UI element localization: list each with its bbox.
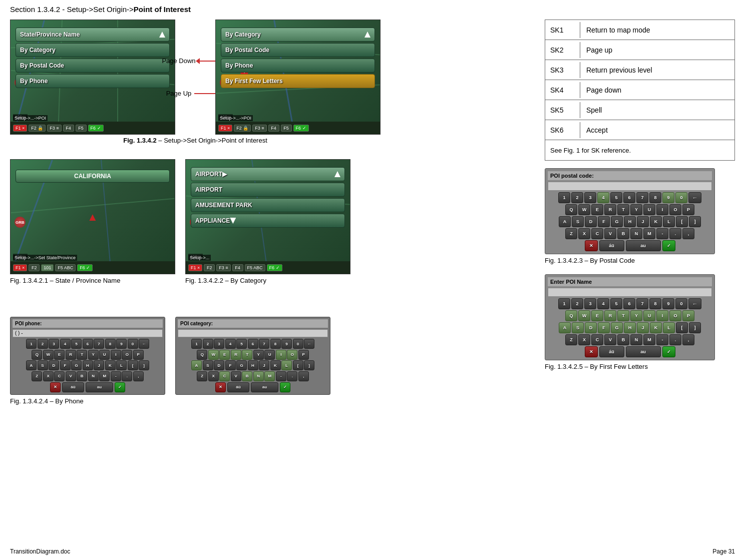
kb-accent-postal[interactable]: áü [599,240,624,251]
kb-key-0p[interactable]: 0 [128,339,138,349]
kb-dot-p[interactable]: . [122,371,132,381]
kb-c-n[interactable]: C [591,334,603,345]
kb-key-0c[interactable]: 0 [293,339,303,349]
kb-b-c[interactable]: B [242,371,252,381]
kb-comma-postal[interactable]: , [682,228,694,239]
kb-comma-n[interactable]: , [682,334,694,345]
kb-key-5c[interactable]: 5 [236,339,247,349]
kb-g-n[interactable]: G [611,322,623,333]
kb-key-0n[interactable]: 0 [675,298,687,309]
kb-x-postal[interactable]: X [578,228,590,239]
kb-w-n[interactable]: W [578,310,590,321]
kb-x-c[interactable]: X [208,371,219,381]
kb-key-4p[interactable]: 4 [60,339,71,349]
kb-space-p[interactable]: au [86,382,113,392]
kb-b-n[interactable]: B [617,334,629,345]
kb-m-c[interactable]: M [264,371,275,381]
kb-l-postal[interactable]: L [663,216,675,227]
kb-e-c[interactable]: E [219,350,230,360]
kb-backspace-n[interactable]: ← [688,298,701,309]
kb-key-9-postal[interactable]: 9 [662,192,674,203]
kb-rbracket-p[interactable]: ] [139,360,149,370]
kb-accept-c[interactable]: ✓ [280,382,290,392]
kb-space-c[interactable]: au [251,382,278,392]
kb-s-p[interactable]: S [38,360,48,370]
kb-n-p[interactable]: N [88,371,99,381]
kb-key-6-postal[interactable]: 6 [623,192,635,203]
kb-key-8n[interactable]: 8 [649,298,661,309]
kb-o-c[interactable]: O [287,350,297,360]
kb-e-p[interactable]: E [54,350,65,360]
kb-a-p[interactable]: A [26,360,37,370]
kb-z-p[interactable]: Z [32,371,42,381]
kb-l-p[interactable]: L [116,360,127,370]
kb-lbracket-n[interactable]: [ [676,322,688,333]
kb-key-6p[interactable]: 6 [83,339,93,349]
kb-cancel-c[interactable]: ✕ [215,382,226,392]
kb-m-n[interactable]: M [643,334,655,345]
kb-l-n[interactable]: L [663,322,675,333]
kb-t-p[interactable]: T [77,350,87,360]
kb-dot-postal[interactable]: . [669,228,681,239]
kb-key-1p[interactable]: 1 [26,339,37,349]
kb-t-n[interactable]: T [617,310,629,321]
kb-cancel-p[interactable]: ✕ [50,382,61,392]
kb-accent-c[interactable]: áü [227,382,249,392]
kb-p-postal[interactable]: P [682,204,694,215]
kb-x-n[interactable]: X [578,334,590,345]
kb-accept-postal[interactable]: ✓ [662,240,675,251]
kb-s-n[interactable]: S [572,322,584,333]
kb-lbracket-postal[interactable]: [ [676,216,688,227]
kb-j-postal[interactable]: J [637,216,649,227]
kb-key-6n[interactable]: 6 [623,298,635,309]
kb-b-p[interactable]: B [77,371,87,381]
kb-u-p[interactable]: U [99,350,110,360]
kb-lbracket-p[interactable]: [ [128,360,138,370]
kb-j-p[interactable]: J [94,360,104,370]
kb-h-postal[interactable]: H [624,216,636,227]
kb-h-n[interactable]: H [624,322,636,333]
kb-e-postal[interactable]: E [591,204,603,215]
kb-b-postal[interactable]: B [617,228,629,239]
kb-key-4n[interactable]: 4 [597,298,609,309]
kb-z-c[interactable]: Z [197,371,207,381]
kb-g-postal[interactable]: G [611,216,623,227]
kb-key-2c[interactable]: 2 [203,339,213,349]
kb-q-c[interactable]: Q [197,350,207,360]
kb-key-9c[interactable]: 9 [281,339,292,349]
kb-accent-n[interactable]: áü [599,346,624,357]
kb-dot-c[interactable]: . [287,371,297,381]
kb-v-p[interactable]: V [66,371,76,381]
kb-t-postal[interactable]: T [617,204,629,215]
kb-space-postal[interactable]: au [626,240,661,251]
kb-o-postal[interactable]: O [669,204,681,215]
kb-q-p[interactable]: Q [32,350,42,360]
kb-lbracket-c[interactable]: [ [293,360,303,370]
kb-u-c[interactable]: U [264,350,275,360]
kb-comma-p[interactable]: , [133,371,144,381]
kb-dash-n[interactable]: - [656,334,668,345]
kb-g-c[interactable]: G [236,360,247,370]
kb-c-p[interactable]: C [54,371,65,381]
kb-key-3c[interactable]: 3 [214,339,224,349]
kb-key-6c[interactable]: 6 [248,339,258,349]
kb-key-3p[interactable]: 3 [49,339,59,349]
kb-c-postal[interactable]: C [591,228,603,239]
kb-key-0-postal[interactable]: 0 [675,192,687,203]
kb-i-c[interactable]: I [276,350,286,360]
kb-key-9p[interactable]: 9 [116,339,127,349]
kb-i-postal[interactable]: I [656,204,668,215]
kb-v-c[interactable]: V [231,371,241,381]
kb-key-7-postal[interactable]: 7 [636,192,648,203]
kb-u-n[interactable]: U [643,310,655,321]
kb-key-9n[interactable]: 9 [662,298,674,309]
kb-d-c[interactable]: D [214,360,224,370]
kb-w-c[interactable]: W [208,350,219,360]
kb-h-p[interactable]: H [83,360,93,370]
kb-c-c[interactable]: C [219,371,230,381]
kb-dash-postal[interactable]: - [656,228,668,239]
kb-key-3-postal[interactable]: 3 [584,192,596,203]
kb-n-c[interactable]: N [253,371,264,381]
kb-f-postal[interactable]: F [598,216,610,227]
kb-key-2n[interactable]: 2 [571,298,583,309]
